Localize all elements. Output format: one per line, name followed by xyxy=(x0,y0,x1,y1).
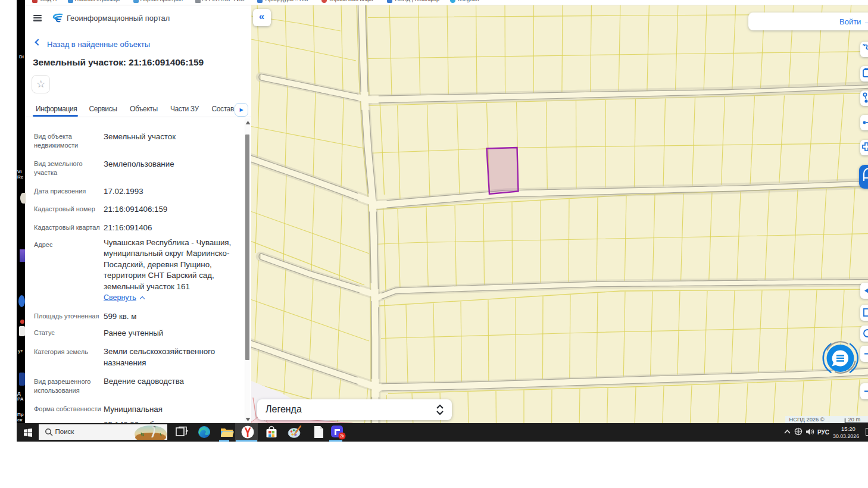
svg-text:2k: 2k xyxy=(340,434,345,438)
